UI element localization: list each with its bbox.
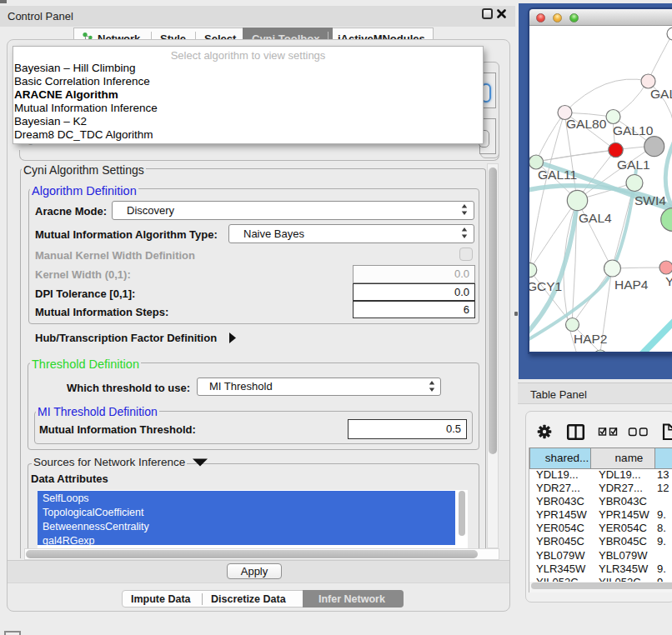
svg-text:GAL1: GAL1 xyxy=(617,158,650,172)
svg-text:HAP2: HAP2 xyxy=(574,332,608,346)
svg-text:Y: Y xyxy=(665,274,672,288)
svg-text:GAL2: GAL2 xyxy=(650,87,672,101)
svg-text:HAP4: HAP4 xyxy=(614,278,649,292)
svg-text:GAL10: GAL10 xyxy=(613,123,654,138)
svg-text:GAL80: GAL80 xyxy=(566,117,607,131)
svg-text:GAL11: GAL11 xyxy=(538,168,577,182)
svg-text:SWI4: SWI4 xyxy=(634,193,666,208)
svg-text:GCY1: GCY1 xyxy=(529,279,562,293)
svg-text:GAL4: GAL4 xyxy=(579,211,612,225)
